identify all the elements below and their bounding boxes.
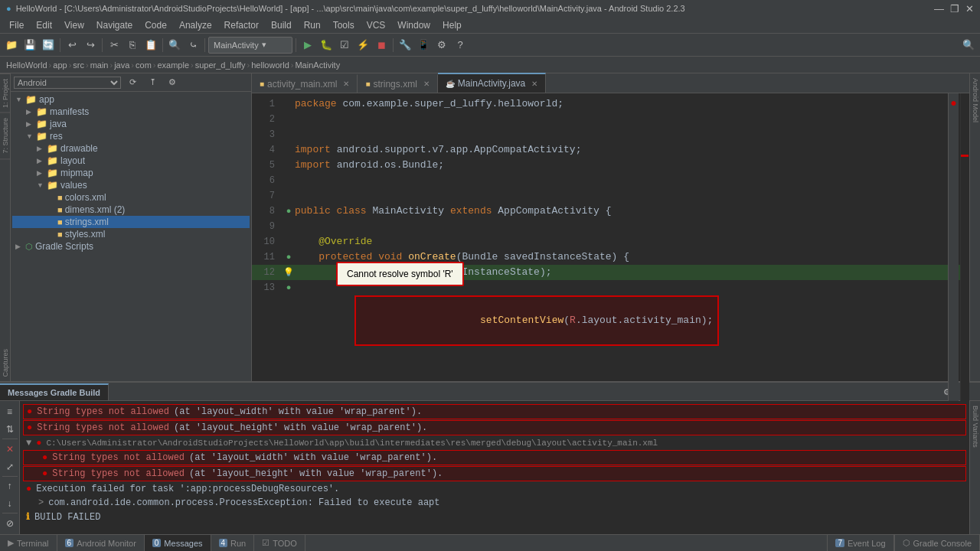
coverage-btn[interactable]: ☑ [336,37,353,54]
stop-btn[interactable]: ◼ [373,37,390,54]
menu-edit[interactable]: Edit [30,18,58,32]
right-inspect-icon[interactable]: ● [948,93,959,401]
code-editor[interactable]: 1 package com.example.super_d_luffy.hell… [252,93,969,381]
tab-mainactivity-java[interactable]: ☕ MainActivity.java ✕ [438,73,546,93]
gradle-sync-btn[interactable]: 🔧 [397,37,413,54]
toolbar-project-btn[interactable]: 📁 [3,37,20,54]
menu-build[interactable]: Build [265,18,298,32]
tree-item-java[interactable]: ▶ 📁 java [12,118,250,130]
filter-btn[interactable]: ≡ [2,404,18,420]
bc-app[interactable]: app [53,60,67,70]
tab-strings-xml[interactable]: ■ strings.xml ✕ [358,74,437,93]
toolbar-copy-btn[interactable]: ⎘ [124,37,141,54]
tree-item-colors-xml[interactable]: ■ colors.xml [12,191,250,204]
close-tab-1-btn[interactable]: ✕ [343,80,349,88]
toolbar-search-btn[interactable]: 🔍 [166,37,183,54]
profile-btn[interactable]: ⚡ [354,37,371,54]
run-tab[interactable]: 4 Run [211,535,255,552]
messages-tab[interactable]: 0 Messages [145,535,211,552]
terminal-tab[interactable]: ▶ Terminal [0,535,57,552]
bc-java[interactable]: java [114,60,129,70]
tree-item-gradle[interactable]: ▶ ⬡ Gradle Scripts [12,240,250,253]
tree-item-values[interactable]: ▼ 📁 values [12,179,250,191]
close-button[interactable]: ✕ [965,3,974,15]
build-file-path[interactable]: ▼ ● C:\Users\Administrator\AndroidStudio… [23,436,966,450]
menu-navigate[interactable]: Navigate [90,18,139,32]
settings-btn[interactable]: ⚙ [164,74,181,91]
tree-item-styles-xml[interactable]: ■ styles.xml [12,228,250,240]
menu-run[interactable]: Run [298,18,327,32]
menu-tools[interactable]: Tools [327,18,361,32]
sync-project-btn[interactable]: ⟳ [124,74,141,91]
android-monitor-tab[interactable]: 6 Android Monitor [57,535,145,552]
bc-main[interactable]: main [90,60,109,70]
menu-refactor[interactable]: Refactor [218,18,265,32]
structure-side-tab[interactable]: 7: Structure [0,112,10,158]
inspect-btn[interactable]: ● [950,96,956,109]
expand-btn[interactable]: ⤢ [2,458,18,474]
tree-item-manifests[interactable]: ▶ 📁 manifests [12,106,250,118]
tree-item-mipmap[interactable]: ▶ 📁 mipmap [12,167,250,179]
clear-btn[interactable]: ⊘ [2,515,18,531]
minimize-button[interactable]: — [934,3,944,15]
build-error-4[interactable]: ● String types not allowed (at 'layout_h… [23,466,966,481]
android-model-tab[interactable]: Android Model [970,73,981,127]
close-build-btn[interactable]: ✕ [2,441,18,457]
captures-side-tab[interactable]: Captures [0,158,10,381]
gradle-console-tab[interactable]: ⬡ Gradle Console [894,535,980,552]
bc-mainactivity[interactable]: MainActivity [295,60,340,70]
menu-file[interactable]: File [3,18,30,32]
up-btn[interactable]: ↑ [2,478,18,494]
view-type-selector[interactable]: Android [14,77,121,89]
toolbar-cut-btn[interactable]: ✂ [106,37,122,54]
collapse-btn[interactable]: ⤒ [144,74,161,91]
search-everywhere-btn[interactable]: 🔍 [960,37,977,54]
build-error-execution[interactable]: ● Execution failed for task ':app:proces… [23,482,966,496]
tab-messages-gradle[interactable]: Messages Gradle Build [0,383,109,400]
tree-item-drawable[interactable]: ▶ 📁 drawable [12,142,250,155]
help-btn[interactable]: ? [452,37,469,54]
project-side-tab[interactable]: 1: Project [0,73,10,112]
maximize-button[interactable]: ❐ [950,3,959,15]
close-tab-2-btn[interactable]: ✕ [423,80,430,88]
todo-tab[interactable]: ☑ TODO [254,535,305,552]
avd-btn[interactable]: 📱 [415,37,432,54]
build-error-3[interactable]: ● String types not allowed (at 'layout_w… [23,450,966,465]
toolbar-save-btn[interactable]: 💾 [21,37,38,54]
build-error-2[interactable]: ● String types not allowed (at 'layout_h… [23,420,966,435]
close-tab-3-btn[interactable]: ✕ [531,80,537,88]
event-log-tab[interactable]: 7 Event Log [827,535,893,552]
toolbar-sync-btn[interactable]: 🔄 [40,37,57,54]
menu-analyze[interactable]: Analyze [173,18,218,32]
tree-item-res[interactable]: ▼ 📁 res [12,130,250,142]
bc-helloworld[interactable]: HelloWorld [6,60,47,70]
tree-item-dimens-xml[interactable]: ■ dimens.xml (2) [12,204,250,216]
menu-code[interactable]: Code [139,18,173,32]
toolbar-replace-btn[interactable]: ⤿ [185,37,201,54]
bc-helloworld2[interactable]: helloworld [251,60,289,70]
menu-help[interactable]: Help [436,18,468,32]
toolbar-redo-btn[interactable]: ↪ [82,37,99,54]
bc-example[interactable]: example [157,60,189,70]
down-btn[interactable]: ↓ [2,496,18,512]
debug-btn[interactable]: 🐛 [318,37,335,54]
bc-src[interactable]: src [73,60,84,70]
tree-item-app[interactable]: ▼ 📁 app [12,93,250,106]
menu-view[interactable]: View [58,18,90,32]
bc-super[interactable]: super_d_luffy [195,60,246,70]
title-bar-controls[interactable]: — ❐ ✕ [934,3,974,15]
menu-vcs[interactable]: VCS [361,18,392,32]
expand-all-btn[interactable]: ⇅ [2,422,18,438]
sdk-btn[interactable]: ⚙ [433,37,450,54]
tree-item-strings-xml[interactable]: ■ strings.xml [12,216,250,228]
run-config-dropdown[interactable]: MainActivity ▾ [208,37,292,54]
run-btn[interactable]: ▶ [299,37,316,54]
tab-activity-main-xml[interactable]: ■ activity_main.xml ✕ [252,74,358,93]
build-error-1[interactable]: ● String types not allowed (at 'layout_w… [23,404,966,419]
bc-com[interactable]: com [136,60,152,70]
tree-item-layout[interactable]: ▶ 📁 layout [12,155,250,167]
build-variants-tab[interactable]: Build Variants [970,401,981,452]
toolbar-undo-btn[interactable]: ↩ [64,37,80,54]
menu-window[interactable]: Window [391,18,436,32]
toolbar-paste-btn[interactable]: 📋 [142,37,159,54]
